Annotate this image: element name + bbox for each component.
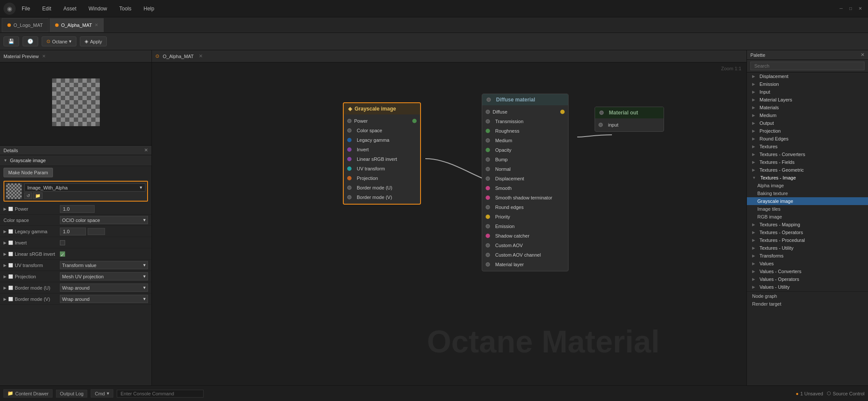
palette-item-render-target[interactable]: Render target [747, 300, 868, 308]
console-input[interactable] [117, 390, 204, 398]
menu-tools[interactable]: Tools [117, 4, 134, 13]
palette-close-icon[interactable]: ✕ [861, 52, 865, 58]
palette-item-baking-texture[interactable]: Baking texture [747, 189, 868, 197]
linear-srgb-checkbox[interactable]: ✓ [60, 251, 65, 257]
palette-section-projection[interactable]: ▶ Projection [747, 127, 868, 135]
canvas-close-icon[interactable]: ✕ [199, 53, 203, 59]
item-label: Node graph [752, 293, 777, 299]
palette-section-input[interactable]: ▶ Input [747, 88, 868, 96]
menu-file[interactable]: File [19, 4, 33, 13]
tab-close-icon[interactable]: ✕ [95, 23, 98, 27]
section-label: Textures - Utility [760, 245, 793, 251]
section-label: Textures - Fields [760, 160, 795, 165]
details-close-icon[interactable]: ✕ [144, 147, 148, 153]
palette-section-textures-converters[interactable]: ▶ Textures - Converters [747, 150, 868, 158]
menu-edit[interactable]: Edit [39, 4, 54, 13]
pin-opacity-label: Opacity [495, 147, 511, 153]
maximize-button[interactable]: □ [846, 4, 855, 13]
palette-item-rgb-image[interactable]: RGB image [747, 213, 868, 221]
preview-header: Material Preview ✕ [0, 50, 151, 62]
image-dropdown-arrow[interactable]: ▾ [140, 185, 142, 190]
save-button[interactable]: 💾 [3, 36, 19, 46]
invert-checkbox[interactable] [60, 240, 65, 245]
grayscale-title: Grayscale image [355, 106, 396, 112]
param-border-u-label: ▶ ⬜ Border mode (U) [3, 285, 60, 290]
section-arrow: ▶ [752, 230, 755, 235]
palette-section-values[interactable]: ▶ Values [747, 260, 868, 267]
color-space-dropdown[interactable]: OCIO color space ▾ [60, 216, 148, 224]
dropdown-arrow: ▾ [143, 296, 146, 302]
palette-section-round-edges[interactable]: ▶ Round Edges [747, 135, 868, 143]
make-node-param-button[interactable]: Make Node Param [3, 168, 53, 177]
tab-o-logo-mat[interactable]: O_Logo_MAT [2, 18, 49, 32]
node-grayscale-header: ◈ Grayscale image [344, 103, 420, 114]
pin-medium-label: Medium [495, 138, 512, 143]
palette-section-textures-geometric[interactable]: ▶ Textures - Geometric [747, 166, 868, 174]
cmd-button[interactable]: Cmd ▾ [91, 389, 113, 398]
pin-custom-aov-ch-in [486, 253, 490, 257]
border-v-dropdown[interactable]: Wrap around ▾ [60, 295, 148, 303]
palette-section-emission[interactable]: ▶ Emission [747, 80, 868, 88]
menu-window[interactable]: Window [86, 4, 110, 13]
pin-displacement: Displacement [482, 174, 568, 183]
palette-item-alpha-image[interactable]: Alpha image [747, 182, 868, 189]
pin-medium-in [486, 138, 490, 143]
pin-border-u-label: Border mode (U) [357, 185, 392, 190]
node-grayscale-body: Power Color space Legacy gamma Invert [344, 114, 420, 204]
palette-section-textures-mapping[interactable]: ▶ Textures - Mapping [747, 221, 868, 228]
border-u-dropdown[interactable]: Wrap around ▾ [60, 284, 148, 292]
pin-uv-transform-label: UV transform [357, 166, 385, 171]
palette-section-textures-fields[interactable]: ▶ Textures - Fields [747, 158, 868, 166]
palette-section-material-layers[interactable]: ▶ Material Layers [747, 96, 868, 104]
tab-o-alpha-mat[interactable]: O_Alpha_MAT ✕ [49, 18, 104, 32]
palette-section-output[interactable]: ▶ Output [747, 119, 868, 127]
pin-custom-aov-label: Custom AOV [495, 243, 523, 248]
pin-smooth-shadow-label: Smooth shadow terminator [495, 195, 552, 200]
dropdown-arrow: ▾ [143, 262, 146, 268]
palette-section-textures-procedural[interactable]: ▶ Textures - Procedural [747, 236, 868, 244]
palette-section-materials[interactable]: ▶ Materials [747, 104, 868, 111]
palette-section-values-utility[interactable]: ▶ Values - Utility [747, 283, 868, 291]
minimize-button[interactable]: ─ [837, 4, 845, 13]
palette-section-medium[interactable]: ▶ Medium [747, 111, 868, 119]
palette-section-displacement[interactable]: ▶ Displacement [747, 72, 868, 80]
pin-power-out [412, 119, 417, 123]
section-arrow: ▶ [752, 129, 755, 133]
linear-srgb-arrow: ▶ [3, 252, 7, 256]
menu-help[interactable]: Help [141, 4, 157, 13]
content-drawer-button[interactable]: 📁 Content Drawer [3, 389, 53, 398]
history-button[interactable]: 🕐 [23, 36, 38, 46]
palette-section-textures-operators[interactable]: ▶ Textures - Operators [747, 228, 868, 236]
menu-asset[interactable]: Asset [61, 4, 79, 13]
palette-section-values-converters[interactable]: ▶ Values - Converters [747, 267, 868, 275]
projection-dropdown[interactable]: Mesh UV projection ▾ [60, 272, 148, 280]
close-button[interactable]: ✕ [856, 4, 865, 13]
uv-transform-dropdown[interactable]: Transform value ▾ [60, 261, 148, 269]
browse-button[interactable]: 📁 [33, 192, 43, 199]
canvas-zoom-label: Zoom 1:1 [721, 66, 741, 71]
palette-section-transforms[interactable]: ▶ Transforms [747, 252, 868, 260]
refresh-button[interactable]: ↺ [24, 192, 32, 199]
palette-section-textures-utility[interactable]: ▶ Textures - Utility [747, 244, 868, 252]
section-arrow: ▶ [752, 277, 755, 281]
section-arrow: ▶ [752, 222, 755, 227]
palette-item-node-graph[interactable]: Node graph [747, 292, 868, 300]
output-log-button[interactable]: Output Log [56, 390, 87, 398]
pin-displacement-in [486, 176, 490, 181]
pin-round-edges-label: Round edges [495, 205, 523, 210]
palette-panel: Palette ✕ ▶ Displacement ▶ Emission ▶ In… [746, 50, 868, 385]
canvas-area[interactable]: ⊙ O_Alpha_MAT ✕ Zoom 1:1 ◈ Grayscale ima… [152, 50, 746, 385]
palette-item-grayscale-image[interactable]: Grayscale image [747, 197, 868, 205]
section-label: Round Edges [760, 136, 789, 141]
palette-section-textures[interactable]: ▶ Textures [747, 143, 868, 150]
palette-item-image-tiles[interactable]: Image tiles [747, 205, 868, 213]
palette-search-input[interactable] [750, 62, 865, 70]
source-control-button[interactable]: ⬡ Source Control [827, 391, 865, 396]
power-input[interactable] [60, 205, 95, 213]
octane-dropdown[interactable]: ⊙ Octane ▾ [42, 36, 76, 46]
palette-section-textures-image[interactable]: ▼ Textures - Image [747, 174, 868, 182]
image-name-field[interactable]: Image_With_Alpha ▾ [24, 183, 145, 192]
apply-button[interactable]: ◈ Apply [80, 36, 107, 46]
palette-section-values-operators[interactable]: ▶ Values - Operators [747, 275, 868, 283]
legacy-gamma-input[interactable] [60, 228, 86, 235]
